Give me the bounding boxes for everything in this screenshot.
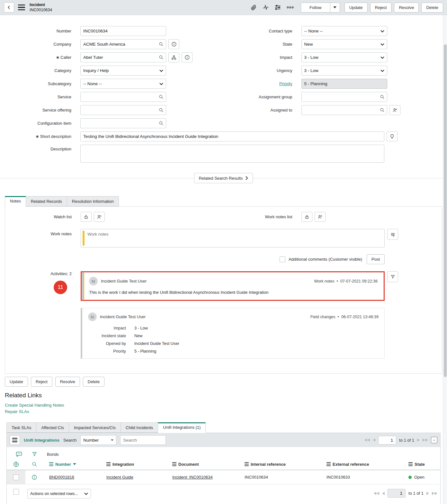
bond-number-link[interactable]: BND0001816	[43, 475, 101, 480]
select-all-checkbox[interactable]	[13, 489, 19, 495]
repair-slas-link[interactable]: Repair SLAs	[5, 409, 447, 415]
next-page-icon[interactable]	[417, 438, 420, 442]
watch-list-unlock-icon[interactable]	[81, 212, 92, 222]
work-notes-list-lock-icon[interactable]	[301, 212, 312, 222]
watch-list-add-person-icon[interactable]	[94, 212, 105, 222]
create-special-handling-notes-link[interactable]: Create Special Handling Notes	[5, 402, 447, 409]
column-menu-icon[interactable]	[245, 462, 249, 466]
service-search-icon[interactable]	[159, 94, 164, 99]
column-header-integration[interactable]: Integration	[101, 462, 166, 467]
work-notes-textarea[interactable]	[81, 229, 385, 248]
last-page-icon[interactable]	[423, 438, 428, 442]
contact-type-select[interactable]: -- None --	[301, 26, 387, 36]
service-offering-input[interactable]	[81, 105, 166, 115]
list-search-input[interactable]	[120, 435, 166, 445]
menu-icon[interactable]	[18, 4, 25, 11]
service-offering-search-icon[interactable]	[159, 108, 164, 113]
assigned-to-search-icon[interactable]	[380, 108, 385, 113]
priority-link[interactable]: Priority	[279, 81, 292, 86]
delete-button-footer[interactable]: Delete	[83, 377, 105, 387]
column-header-internal-reference[interactable]: Internal reference	[239, 462, 321, 467]
tab-impacted-services-cis[interactable]: Impacted Services/CIs	[69, 422, 121, 433]
reject-button-header[interactable]: Reject	[370, 3, 392, 13]
update-button-header[interactable]: Update	[344, 3, 368, 13]
page-number-input[interactable]	[378, 436, 396, 445]
service-input[interactable]	[81, 92, 166, 102]
reject-button-footer[interactable]: Reject	[31, 377, 52, 387]
suggestion-lightbulb-button[interactable]	[387, 131, 398, 141]
company-input[interactable]	[81, 40, 166, 49]
comments-icon[interactable]	[16, 451, 22, 457]
caller-hierarchy-button[interactable]	[168, 52, 179, 62]
last-page-icon[interactable]	[432, 492, 437, 495]
activity-stream-icon[interactable]	[387, 229, 398, 240]
row-info-icon[interactable]	[25, 474, 43, 480]
subcategory-select[interactable]: -- None --	[80, 79, 166, 89]
back-button[interactable]	[4, 2, 14, 13]
tab-affected-cis[interactable]: Affected CIs	[36, 422, 69, 433]
column-header-number[interactable]: Number	[43, 462, 101, 467]
company-search-icon[interactable]	[159, 42, 164, 47]
personalize-form-icon[interactable]	[273, 3, 283, 12]
previous-page-icon[interactable]	[373, 438, 375, 442]
assignment-group-search-icon[interactable]	[380, 94, 385, 99]
caller-search-icon[interactable]	[159, 55, 164, 60]
follow-dropdown-button[interactable]	[330, 3, 340, 13]
row-checkbox[interactable]	[13, 474, 19, 480]
follow-button[interactable]: Follow	[301, 3, 330, 13]
column-menu-icon[interactable]	[49, 462, 53, 466]
previous-page-icon[interactable]	[382, 492, 385, 495]
list-menu-icon[interactable]	[10, 435, 20, 445]
list-filter-icon[interactable]	[32, 451, 37, 457]
category-select[interactable]: Inquiry / Help	[80, 66, 166, 76]
tab-related-records[interactable]: Related Records	[26, 196, 67, 206]
search-field-select[interactable]: Number	[80, 435, 116, 445]
delete-button-header[interactable]: Delete	[421, 3, 443, 13]
list-search-icon[interactable]	[25, 462, 43, 467]
configuration-item-input[interactable]	[81, 119, 166, 128]
actions-select[interactable]: Actions on selected rows...	[27, 489, 91, 499]
description-textarea[interactable]	[80, 145, 384, 163]
collapse-list-icon[interactable]: −	[431, 437, 437, 443]
resolve-button-footer[interactable]: Resolve	[55, 377, 80, 387]
related-search-results-button[interactable]: Related Search Results	[194, 173, 253, 183]
caller-input[interactable]	[81, 53, 166, 62]
document-link[interactable]: Incident: INC0010634	[166, 475, 239, 480]
update-button-footer[interactable]: Update	[5, 377, 28, 387]
integration-link[interactable]: Incident Guide	[101, 475, 166, 480]
state-select[interactable]: New	[301, 39, 387, 49]
column-header-external-reference[interactable]: External reference	[321, 462, 403, 467]
column-header-state[interactable]: State	[403, 462, 440, 467]
column-menu-icon[interactable]	[106, 462, 111, 466]
assign-to-me-button[interactable]	[389, 105, 400, 115]
assignment-group-input[interactable]	[302, 92, 387, 102]
column-menu-icon[interactable]	[408, 462, 413, 466]
first-page-icon[interactable]	[374, 492, 379, 495]
additional-comments-checkbox[interactable]	[280, 256, 285, 262]
activity-pulse-icon[interactable]	[261, 3, 271, 12]
column-menu-icon[interactable]	[172, 462, 176, 466]
list-gear-icon[interactable]	[7, 461, 25, 467]
more-options-icon[interactable]	[285, 3, 295, 12]
column-header-document[interactable]: Document	[166, 462, 239, 467]
company-info-button[interactable]	[168, 39, 179, 49]
short-description-input[interactable]	[80, 131, 384, 141]
impact-select[interactable]: 3 - Low	[301, 52, 387, 62]
post-button[interactable]: Post	[367, 254, 385, 264]
column-menu-icon[interactable]	[326, 462, 331, 466]
configuration-item-search-icon[interactable]	[159, 121, 164, 126]
tab-unifi-integrations[interactable]: Unifi Integrations (1)	[158, 422, 206, 433]
scrollbar-thumb[interactable]	[444, 44, 447, 377]
tab-notes[interactable]: Notes	[5, 196, 26, 207]
page-number-input[interactable]	[388, 489, 406, 498]
number-input[interactable]	[80, 26, 166, 36]
activity-filter-icon[interactable]	[387, 271, 398, 282]
caller-info-button[interactable]	[182, 52, 192, 62]
first-page-icon[interactable]	[364, 438, 370, 442]
tab-task-slas[interactable]: Task SLAs	[6, 422, 36, 433]
assigned-to-input[interactable]	[302, 105, 387, 115]
tab-child-incidents[interactable]: Child Incidents	[121, 422, 158, 433]
tab-resolution-information[interactable]: Resolution Information	[67, 196, 119, 206]
urgency-select[interactable]: 3 - Low	[301, 66, 387, 76]
resolve-button-header[interactable]: Resolve	[394, 3, 419, 13]
